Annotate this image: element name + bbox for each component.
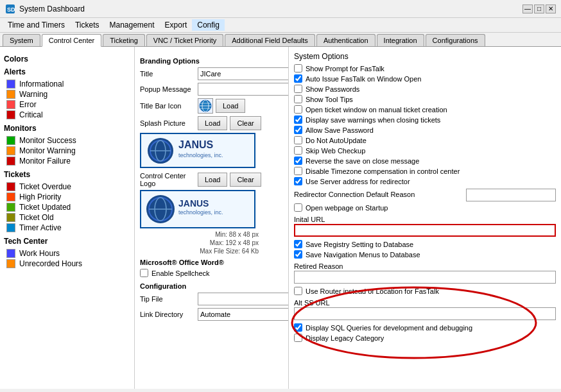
option-do-not-autoupdate: Do Not AutoUpdate [294, 136, 556, 144]
tab-integration[interactable]: Integration [377, 34, 424, 46]
close-button[interactable]: ✕ [546, 4, 556, 13]
app-icon: SD [5, 4, 15, 14]
tab-system[interactable]: System [3, 34, 40, 46]
option-skip-web-checkup: Skip Web Checkup [294, 146, 556, 155]
skip-web-checkup-checkbox[interactable] [294, 146, 302, 155]
tip-file-label: Tip File [140, 295, 198, 303]
initial-url-input[interactable] [294, 224, 556, 237]
option-auto-issue-fastalk: Auto Issue FasTalk on Window Open [294, 74, 556, 83]
title-field-row: Title [140, 67, 283, 80]
display-legacy-checkbox[interactable] [294, 334, 302, 342]
menu-time-timers[interactable]: Time and Timers [3, 19, 70, 31]
globe-icon [198, 98, 213, 114]
window-controls: — □ ✕ [522, 4, 556, 13]
title-icon-load-button[interactable]: Load [216, 99, 245, 113]
logo-load-button[interactable]: Load [198, 173, 227, 187]
option-open-ticket-window: Open ticket window on manual ticket crea… [294, 105, 556, 114]
tip-file-input[interactable] [198, 293, 289, 305]
unrecorded-hours[interactable]: Unrecorded Hours [4, 259, 130, 269]
save-registry-row: Save Registry Setting to Database [294, 240, 556, 248]
allow-save-password-checkbox[interactable] [294, 126, 302, 134]
menu-management[interactable]: Management [104, 19, 159, 31]
monitor-success[interactable]: Monitor Success [4, 135, 130, 146]
initial-url-label: Inital URL [294, 216, 325, 223]
tab-authentication[interactable]: Authentication [316, 34, 375, 46]
main-content: Colors Alerts Informational Warning Erro… [0, 47, 561, 389]
timer-active-swatch [6, 223, 15, 232]
disable-timezone-checkbox[interactable] [294, 167, 302, 175]
control-center-logo-row: Control Center Logo Load Clear [140, 172, 283, 187]
alert-error[interactable]: Error [4, 99, 130, 110]
redirector-label: Redirector Connection Default Reason [294, 191, 466, 198]
popup-message-label: Popup Message [140, 85, 198, 93]
tab-vnc-ticket-priority[interactable]: VNC / Ticket Priority [146, 34, 223, 46]
ticket-overdue[interactable]: Ticket Overdue [4, 182, 130, 192]
title-input[interactable] [198, 67, 289, 80]
save-navigation-checkbox[interactable] [294, 250, 302, 259]
retired-reason-label: Retired Reason [294, 262, 343, 270]
open-webpage-checkbox[interactable] [294, 203, 302, 212]
tab-control-center[interactable]: Control Center [42, 34, 102, 47]
monitor-failure[interactable]: Monitor Failure [4, 156, 130, 166]
option-use-server-address: Use Server address for redirector [294, 177, 556, 185]
popup-message-input[interactable] [198, 83, 289, 96]
control-center-logo-svg: JANUS technologies, inc. [141, 191, 254, 227]
monitor-failure-swatch [6, 157, 15, 166]
maximize-button[interactable]: □ [534, 4, 544, 13]
alert-informational[interactable]: Informational [4, 79, 130, 89]
reverse-save-checkbox[interactable] [294, 157, 302, 165]
alert-warning[interactable]: Warning [4, 89, 130, 99]
display-save-warnings-checkbox[interactable] [294, 115, 302, 124]
tab-configurations[interactable]: Configurations [426, 34, 485, 46]
option-show-prompt-fastalk: Show Prompt for FasTalk [294, 64, 556, 72]
ticket-updated[interactable]: Ticket Updated [4, 202, 130, 212]
show-passwords-checkbox[interactable] [294, 85, 302, 93]
alert-critical[interactable]: Critical [4, 110, 130, 120]
alt-ss-url-section: Alt SS URL [294, 298, 556, 320]
ticket-old[interactable]: Ticket Old [4, 212, 130, 223]
open-ticket-window-checkbox[interactable] [294, 105, 302, 114]
minimize-button[interactable]: — [522, 4, 533, 13]
retired-reason-input[interactable] [294, 271, 556, 284]
critical-swatch [6, 110, 15, 119]
show-prompt-fastalk-checkbox[interactable] [294, 64, 302, 72]
redirector-section: Redirector Connection Default Reason Ope… [294, 189, 556, 212]
link-directory-label: Link Directory [140, 311, 198, 318]
svg-text:technologies, inc.: technologies, inc. [178, 152, 223, 158]
logo-clear-button[interactable]: Clear [230, 173, 261, 187]
tab-additional-field-defaults[interactable]: Additional Field Defaults [225, 34, 315, 46]
configuration-section-title: Configuration [140, 282, 283, 290]
timer-active[interactable]: Timer Active [4, 223, 130, 233]
initial-url-section: Inital URL [294, 215, 556, 237]
link-directory-input[interactable] [198, 308, 289, 321]
save-registry-checkbox[interactable] [294, 240, 302, 248]
use-server-address-checkbox[interactable] [294, 177, 302, 185]
display-sql-checkbox[interactable] [294, 323, 302, 332]
informational-swatch [6, 80, 15, 89]
auto-issue-fastalk-checkbox[interactable] [294, 74, 302, 83]
system-options-title: System Options [294, 52, 556, 61]
display-sql-row: Display SQL Queries for development and … [294, 323, 556, 332]
enable-spellcheck-checkbox[interactable] [140, 269, 148, 277]
size-min: Min: 88 x 48 px [140, 231, 259, 238]
menu-tickets[interactable]: Tickets [70, 19, 105, 31]
work-hours[interactable]: Work Hours [4, 248, 130, 259]
do-not-autoupdate-checkbox[interactable] [294, 136, 302, 144]
show-tooltips-checkbox[interactable] [294, 95, 302, 103]
splash-load-button[interactable]: Load [198, 116, 227, 130]
right-panel: System Options Show Prompt for FasTalk A… [289, 47, 561, 349]
redirector-input[interactable] [466, 189, 556, 201]
ticket-high-priority[interactable]: High Priority [4, 192, 130, 202]
microsoft-section-title: Microsoft® Office Word® [140, 259, 283, 266]
menu-export[interactable]: Export [160, 19, 193, 31]
center-panel: Branding Options Title Popup Message Tit… [135, 47, 289, 389]
use-router-checkbox[interactable] [294, 287, 302, 295]
svg-text:JANUS: JANUS [178, 139, 214, 150]
tab-ticketing[interactable]: Ticketing [103, 34, 145, 46]
monitor-warning[interactable]: Monitor Warning [4, 146, 130, 156]
splash-clear-button[interactable]: Clear [230, 116, 261, 130]
menu-config[interactable]: Config [192, 19, 225, 31]
alt-ss-url-input[interactable] [294, 307, 556, 320]
title-label: Title [140, 70, 198, 78]
retired-reason-section: Retired Reason [294, 262, 556, 284]
